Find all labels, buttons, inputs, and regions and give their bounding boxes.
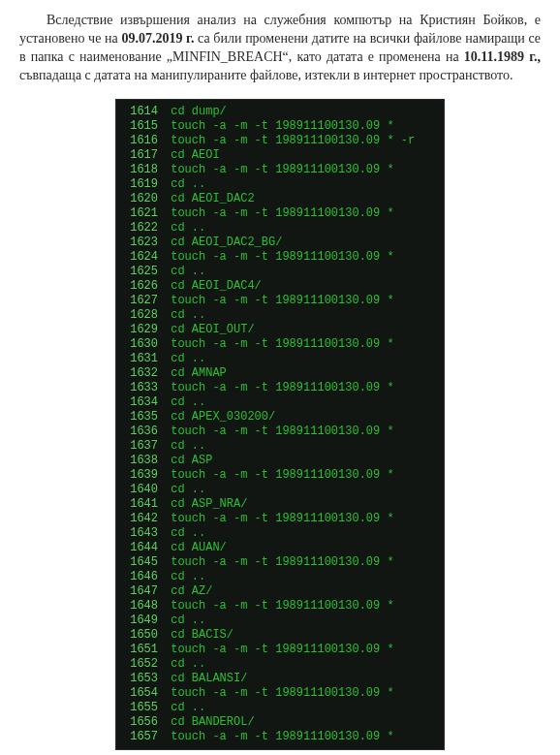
line-number: 1651 <box>121 643 164 657</box>
line-number: 1654 <box>121 686 164 701</box>
command-text: cd .. <box>164 701 435 715</box>
terminal-row: 1649 cd .. <box>121 613 435 628</box>
line-number: 1626 <box>121 279 164 294</box>
line-number: 1634 <box>121 395 164 410</box>
command-text: cd .. <box>164 265 435 279</box>
para-date-1: 09.07.2019 г. <box>121 31 194 46</box>
terminal-row: 1642 touch -a -m -t 198911100130.09 * <box>121 512 435 526</box>
terminal-row: 1657 touch -a -m -t 198911100130.09 * <box>121 730 435 744</box>
command-text: cd AEOI <box>164 148 435 163</box>
line-number: 1649 <box>121 613 164 628</box>
command-text: cd .. <box>164 352 435 366</box>
terminal-row: 1618 touch -a -m -t 198911100130.09 * <box>121 163 435 177</box>
command-text: touch -a -m -t 198911100130.09 * <box>164 686 435 701</box>
terminal-row: 1631 cd .. <box>121 352 435 366</box>
line-number: 1645 <box>121 555 164 570</box>
command-text: touch -a -m -t 198911100130.09 * <box>164 294 435 308</box>
line-number: 1646 <box>121 570 164 584</box>
terminal-row: 1650 cd BACIS/ <box>121 628 435 643</box>
terminal-row: 1646 cd .. <box>121 570 435 584</box>
line-number: 1627 <box>121 294 164 308</box>
terminal-row: 1615 touch -a -m -t 198911100130.09 * <box>121 119 435 134</box>
terminal-row: 1639 touch -a -m -t 198911100130.09 * <box>121 468 435 483</box>
command-text: touch -a -m -t 198911100130.09 * <box>164 206 435 221</box>
line-number: 1637 <box>121 439 164 454</box>
command-text: cd dump/ <box>164 105 435 119</box>
line-number: 1630 <box>121 337 164 352</box>
terminal-container: 1614 cd dump/1615 touch -a -m -t 1989111… <box>19 99 541 750</box>
line-number: 1625 <box>121 265 164 279</box>
line-number: 1647 <box>121 584 164 599</box>
command-text: cd .. <box>164 439 435 454</box>
command-text: touch -a -m -t 198911100130.09 * <box>164 599 435 613</box>
terminal-row: 1656 cd BANDEROL/ <box>121 715 435 730</box>
terminal-row: 1647 cd AZ/ <box>121 584 435 599</box>
line-number: 1652 <box>121 657 164 672</box>
command-text: cd BACIS/ <box>164 628 435 643</box>
line-number: 1623 <box>121 236 164 250</box>
command-text: touch -a -m -t 198911100130.09 * <box>164 512 435 526</box>
line-number: 1629 <box>121 323 164 337</box>
command-text: touch -a -m -t 198911100130.09 * <box>164 425 435 439</box>
line-number: 1648 <box>121 599 164 613</box>
command-text: cd AEOI_DAC2 <box>164 192 435 206</box>
line-number: 1656 <box>121 715 164 730</box>
terminal-row: 1623 cd AEOI_DAC2_BG/ <box>121 236 435 250</box>
command-text: cd ASP_NRA/ <box>164 497 435 512</box>
line-number: 1616 <box>121 134 164 148</box>
line-number: 1622 <box>121 221 164 236</box>
terminal-row: 1625 cd .. <box>121 265 435 279</box>
line-number: 1628 <box>121 308 164 323</box>
line-number: 1638 <box>121 454 164 468</box>
terminal-row: 1617 cd AEOI <box>121 148 435 163</box>
command-text: touch -a -m -t 198911100130.09 * <box>164 119 435 134</box>
terminal-row: 1614 cd dump/ <box>121 105 435 119</box>
para-date-2: 10.11.1989 г., <box>464 49 541 64</box>
terminal-row: 1622 cd .. <box>121 221 435 236</box>
command-text: touch -a -m -t 198911100130.09 * <box>164 555 435 570</box>
terminal-row: 1640 cd .. <box>121 483 435 497</box>
line-number: 1633 <box>121 381 164 395</box>
line-number: 1631 <box>121 352 164 366</box>
terminal-row: 1648 touch -a -m -t 198911100130.09 * <box>121 599 435 613</box>
command-text: cd .. <box>164 177 435 192</box>
line-number: 1639 <box>121 468 164 483</box>
terminal-row: 1630 touch -a -m -t 198911100130.09 * <box>121 337 435 352</box>
terminal-row: 1637 cd .. <box>121 439 435 454</box>
command-text: cd AEOI_DAC2_BG/ <box>164 236 435 250</box>
terminal-row: 1635 cd APEX_030200/ <box>121 410 435 425</box>
terminal-row: 1624 touch -a -m -t 198911100130.09 * <box>121 250 435 265</box>
command-text: cd .. <box>164 570 435 584</box>
command-text: touch -a -m -t 198911100130.09 * <box>164 730 435 744</box>
terminal-row: 1621 touch -a -m -t 198911100130.09 * <box>121 206 435 221</box>
terminal-row: 1628 cd .. <box>121 308 435 323</box>
line-number: 1636 <box>121 425 164 439</box>
line-number: 1644 <box>121 541 164 555</box>
line-number: 1650 <box>121 628 164 643</box>
command-text: cd AZ/ <box>164 584 435 599</box>
line-number: 1620 <box>121 192 164 206</box>
command-text: touch -a -m -t 198911100130.09 * -r <box>164 134 435 148</box>
terminal-row: 1616 touch -a -m -t 198911100130.09 * -r <box>121 134 435 148</box>
command-text: touch -a -m -t 198911100130.09 * <box>164 250 435 265</box>
terminal-row: 1655 cd .. <box>121 701 435 715</box>
command-text: cd .. <box>164 483 435 497</box>
terminal-row: 1654 touch -a -m -t 198911100130.09 * <box>121 686 435 701</box>
command-text: touch -a -m -t 198911100130.09 * <box>164 163 435 177</box>
line-number: 1615 <box>121 119 164 134</box>
terminal-row: 1641 cd ASP_NRA/ <box>121 497 435 512</box>
line-number: 1635 <box>121 410 164 425</box>
command-text: touch -a -m -t 198911100130.09 * <box>164 468 435 483</box>
command-text: touch -a -m -t 198911100130.09 * <box>164 337 435 352</box>
terminal-row: 1645 touch -a -m -t 198911100130.09 * <box>121 555 435 570</box>
command-text: cd .. <box>164 308 435 323</box>
line-number: 1641 <box>121 497 164 512</box>
terminal-row: 1634 cd .. <box>121 395 435 410</box>
terminal-row: 1653 cd BALANSI/ <box>121 672 435 686</box>
command-text: cd .. <box>164 395 435 410</box>
line-number: 1624 <box>121 250 164 265</box>
line-number: 1642 <box>121 512 164 526</box>
line-number: 1632 <box>121 366 164 381</box>
command-text: cd .. <box>164 657 435 672</box>
command-text: cd AEOI_OUT/ <box>164 323 435 337</box>
